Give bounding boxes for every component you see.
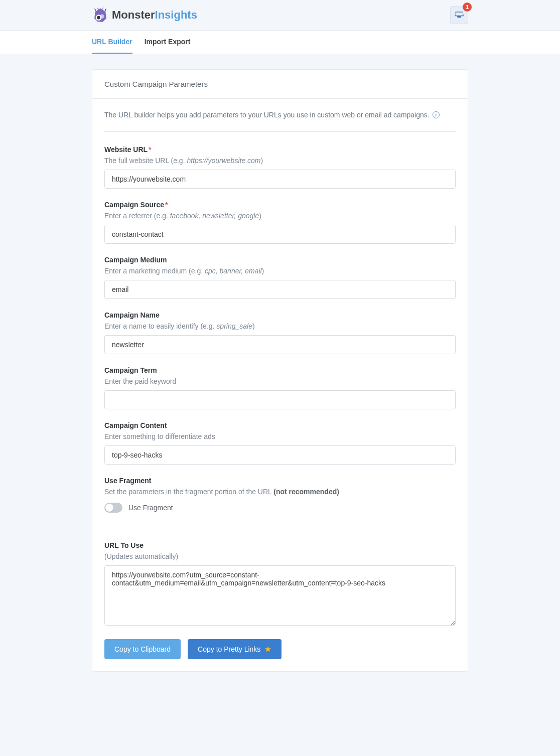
inbox-badge: 1 <box>463 3 472 12</box>
panel-title: Custom Campaign Parameters <box>92 70 468 99</box>
campaign-content-hint: Enter something to differentiate ads <box>104 432 456 440</box>
use-fragment-hint: Set the parameters in the fragment porti… <box>104 488 456 496</box>
svg-point-1 <box>97 16 100 20</box>
intro-text: The URL builder helps you add parameters… <box>104 111 430 119</box>
campaign-term-input[interactable] <box>104 390 456 409</box>
campaign-name-hint: Enter a name to easily identify (e.g. sp… <box>104 322 456 330</box>
inbox-icon <box>455 12 464 19</box>
campaign-content-input[interactable] <box>104 445 456 465</box>
use-fragment-label: Use Fragment <box>104 477 456 485</box>
field-campaign-medium: Campaign Medium Enter a marketing medium… <box>104 256 456 299</box>
website-url-label: Website URL* <box>104 145 456 154</box>
campaign-name-input[interactable] <box>104 335 456 354</box>
website-url-input[interactable] <box>104 170 456 189</box>
campaign-medium-hint: Enter a marketing medium (e.g. cpc, bann… <box>104 267 456 275</box>
field-url-to-use: URL To Use (Updates automatically) https… <box>104 541 456 627</box>
campaign-content-label: Campaign Content <box>104 421 456 429</box>
campaign-source-input[interactable] <box>104 225 456 244</box>
campaign-term-hint: Enter the paid keyword <box>104 377 456 385</box>
campaign-medium-input[interactable] <box>104 280 456 299</box>
campaign-name-label: Campaign Name <box>104 311 456 319</box>
info-icon[interactable]: i <box>433 111 440 118</box>
field-campaign-source: Campaign Source* Enter a referrer (e.g. … <box>104 201 456 244</box>
inbox-button[interactable]: 1 <box>450 6 468 24</box>
tab-url-builder[interactable]: URL Builder <box>92 31 132 54</box>
field-website-url: Website URL* The full website URL (e.g. … <box>104 145 456 189</box>
logo: MonsterInsights <box>92 7 197 24</box>
divider <box>104 527 456 527</box>
campaign-source-label: Campaign Source* <box>104 201 456 209</box>
tab-import-export[interactable]: Import Export <box>145 31 191 54</box>
campaign-term-label: Campaign Term <box>104 366 456 374</box>
url-to-use-label: URL To Use <box>104 541 456 549</box>
star-icon <box>264 646 271 653</box>
field-campaign-content: Campaign Content Enter something to diff… <box>104 421 456 465</box>
url-to-use-hint: (Updates automatically) <box>104 552 456 560</box>
svg-point-2 <box>100 14 104 19</box>
field-campaign-name: Campaign Name Enter a name to easily ide… <box>104 311 456 354</box>
logo-text: MonsterInsights <box>112 9 197 22</box>
monster-icon <box>92 7 109 24</box>
copy-pretty-label: Copy to Pretty Links <box>198 645 260 653</box>
nav-bar: URL Builder Import Export <box>0 30 560 54</box>
campaign-source-hint: Enter a referrer (e.g. facebook, newslet… <box>104 212 456 220</box>
copy-to-pretty-links-button[interactable]: Copy to Pretty Links <box>188 639 282 659</box>
website-url-hint: The full website URL (e.g. https://yourw… <box>104 157 456 165</box>
field-use-fragment: Use Fragment Set the parameters in the f… <box>104 477 456 513</box>
url-to-use-textarea[interactable]: https://yourwebsite.com?utm_source=const… <box>104 565 456 626</box>
copy-to-clipboard-button[interactable]: Copy to Clipboard <box>104 639 181 659</box>
settings-panel: Custom Campaign Parameters The URL build… <box>92 69 468 672</box>
campaign-medium-label: Campaign Medium <box>104 256 456 264</box>
use-fragment-toggle[interactable] <box>104 503 122 513</box>
field-campaign-term: Campaign Term Enter the paid keyword <box>104 366 456 409</box>
use-fragment-toggle-label: Use Fragment <box>128 504 173 512</box>
